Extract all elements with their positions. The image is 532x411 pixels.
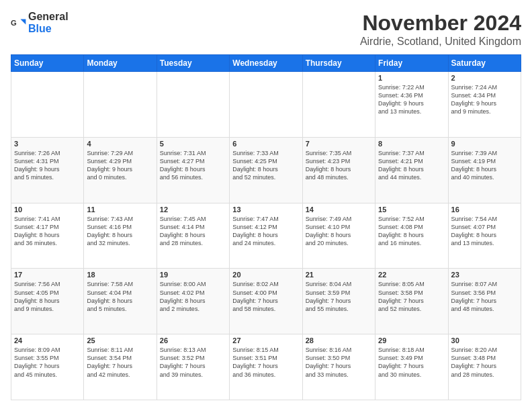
header-thursday: Thursday — [302, 55, 375, 72]
day-number: 14 — [306, 205, 372, 214]
calendar-cell: 7Sunrise: 7:35 AM Sunset: 4:23 PM Daylig… — [302, 137, 375, 203]
day-info: Sunrise: 7:22 AM Sunset: 4:36 PM Dayligh… — [378, 83, 445, 116]
day-number: 9 — [451, 140, 518, 148]
calendar-cell: 28Sunrise: 8:16 AM Sunset: 3:50 PM Dayli… — [302, 334, 375, 400]
day-number: 5 — [160, 140, 226, 148]
day-info: Sunrise: 7:56 AM Sunset: 4:05 PM Dayligh… — [14, 280, 81, 313]
header-saturday: Saturday — [448, 55, 521, 72]
day-info: Sunrise: 7:33 AM Sunset: 4:25 PM Dayligh… — [232, 149, 299, 182]
day-number: 3 — [14, 140, 81, 148]
header: G General Blue November 2024 Airdrie, Sc… — [11, 11, 521, 48]
calendar-cell: 9Sunrise: 7:39 AM Sunset: 4:19 PM Daylig… — [448, 137, 521, 203]
logo: G General Blue — [11, 11, 69, 35]
day-number: 10 — [14, 205, 81, 214]
day-info: Sunrise: 7:26 AM Sunset: 4:31 PM Dayligh… — [14, 149, 81, 182]
header-monday: Monday — [84, 55, 157, 72]
calendar-cell: 3Sunrise: 7:26 AM Sunset: 4:31 PM Daylig… — [11, 137, 84, 203]
svg-text:G: G — [11, 19, 17, 27]
day-number: 25 — [87, 336, 153, 345]
day-number: 16 — [451, 205, 518, 214]
calendar-cell: 26Sunrise: 8:13 AM Sunset: 3:52 PM Dayli… — [157, 334, 229, 400]
day-number: 11 — [87, 205, 153, 214]
calendar-cell: 24Sunrise: 8:09 AM Sunset: 3:55 PM Dayli… — [11, 334, 84, 400]
header-friday: Friday — [375, 55, 448, 72]
day-number: 18 — [87, 271, 153, 279]
day-info: Sunrise: 8:00 AM Sunset: 4:02 PM Dayligh… — [160, 280, 226, 313]
day-number: 15 — [378, 205, 445, 214]
calendar-cell: 13Sunrise: 7:47 AM Sunset: 4:12 PM Dayli… — [230, 203, 302, 269]
day-number: 17 — [14, 271, 81, 279]
calendar-cell: 4Sunrise: 7:29 AM Sunset: 4:29 PM Daylig… — [84, 137, 157, 203]
calendar-cell — [230, 72, 302, 138]
day-info: Sunrise: 7:41 AM Sunset: 4:17 PM Dayligh… — [14, 215, 81, 248]
day-number: 19 — [160, 271, 226, 279]
calendar-cell — [11, 72, 84, 138]
calendar-cell: 12Sunrise: 7:45 AM Sunset: 4:14 PM Dayli… — [157, 203, 229, 269]
day-number: 27 — [232, 336, 299, 345]
day-number: 28 — [306, 336, 372, 345]
page: G General Blue November 2024 Airdrie, Sc… — [0, 0, 532, 411]
calendar-cell — [302, 72, 375, 138]
header-sunday: Sunday — [11, 55, 84, 72]
day-number: 20 — [232, 271, 299, 279]
logo-icon: G — [11, 15, 27, 31]
calendar-table: SundayMondayTuesdayWednesdayThursdayFrid… — [11, 54, 521, 400]
day-info: Sunrise: 7:43 AM Sunset: 4:16 PM Dayligh… — [87, 215, 153, 248]
calendar-cell: 1Sunrise: 7:22 AM Sunset: 4:36 PM Daylig… — [375, 72, 448, 138]
calendar-cell: 27Sunrise: 8:15 AM Sunset: 3:51 PM Dayli… — [230, 334, 302, 400]
calendar-cell: 30Sunrise: 8:20 AM Sunset: 3:48 PM Dayli… — [448, 334, 521, 400]
calendar-cell: 22Sunrise: 8:05 AM Sunset: 3:58 PM Dayli… — [375, 269, 448, 334]
header-wednesday: Wednesday — [230, 55, 302, 72]
week-row-3: 17Sunrise: 7:56 AM Sunset: 4:05 PM Dayli… — [11, 269, 521, 334]
day-number: 12 — [160, 205, 226, 214]
day-info: Sunrise: 8:04 AM Sunset: 3:59 PM Dayligh… — [306, 280, 372, 313]
day-number: 7 — [306, 140, 372, 148]
calendar-cell: 5Sunrise: 7:31 AM Sunset: 4:27 PM Daylig… — [157, 137, 229, 203]
calendar-cell: 25Sunrise: 8:11 AM Sunset: 3:54 PM Dayli… — [84, 334, 157, 400]
calendar-cell: 8Sunrise: 7:37 AM Sunset: 4:21 PM Daylig… — [375, 137, 448, 203]
day-info: Sunrise: 7:31 AM Sunset: 4:27 PM Dayligh… — [160, 149, 226, 182]
subtitle: Airdrie, Scotland, United Kingdom — [360, 36, 521, 48]
day-info: Sunrise: 8:05 AM Sunset: 3:58 PM Dayligh… — [378, 280, 445, 313]
title-section: November 2024 Airdrie, Scotland, United … — [360, 11, 521, 48]
day-info: Sunrise: 7:29 AM Sunset: 4:29 PM Dayligh… — [87, 149, 153, 182]
day-number: 1 — [378, 74, 445, 82]
logo-text: General Blue — [28, 11, 69, 35]
day-info: Sunrise: 8:18 AM Sunset: 3:49 PM Dayligh… — [378, 346, 445, 379]
day-info: Sunrise: 7:35 AM Sunset: 4:23 PM Dayligh… — [306, 149, 372, 182]
day-info: Sunrise: 8:11 AM Sunset: 3:54 PM Dayligh… — [87, 346, 153, 379]
calendar-cell: 14Sunrise: 7:49 AM Sunset: 4:10 PM Dayli… — [302, 203, 375, 269]
day-info: Sunrise: 7:45 AM Sunset: 4:14 PM Dayligh… — [160, 215, 226, 248]
calendar-cell: 18Sunrise: 7:58 AM Sunset: 4:04 PM Dayli… — [84, 269, 157, 334]
day-info: Sunrise: 8:15 AM Sunset: 3:51 PM Dayligh… — [232, 346, 299, 379]
calendar-cell: 23Sunrise: 8:07 AM Sunset: 3:56 PM Dayli… — [448, 269, 521, 334]
header-tuesday: Tuesday — [157, 55, 229, 72]
logo-blue: Blue — [28, 23, 52, 34]
logo-general: General — [28, 11, 69, 22]
main-title: November 2024 — [360, 11, 521, 36]
day-info: Sunrise: 8:09 AM Sunset: 3:55 PM Dayligh… — [14, 346, 81, 379]
day-number: 24 — [14, 336, 81, 345]
day-number: 30 — [451, 336, 518, 345]
calendar-cell — [157, 72, 229, 138]
day-info: Sunrise: 7:52 AM Sunset: 4:08 PM Dayligh… — [378, 215, 445, 248]
calendar-cell: 29Sunrise: 8:18 AM Sunset: 3:49 PM Dayli… — [375, 334, 448, 400]
week-row-2: 10Sunrise: 7:41 AM Sunset: 4:17 PM Dayli… — [11, 203, 521, 269]
day-info: Sunrise: 7:37 AM Sunset: 4:21 PM Dayligh… — [378, 149, 445, 182]
day-info: Sunrise: 8:07 AM Sunset: 3:56 PM Dayligh… — [451, 280, 518, 313]
day-number: 29 — [378, 336, 445, 345]
day-info: Sunrise: 7:24 AM Sunset: 4:34 PM Dayligh… — [451, 83, 518, 116]
calendar-cell: 20Sunrise: 8:02 AM Sunset: 4:00 PM Dayli… — [230, 269, 302, 334]
day-number: 2 — [451, 74, 518, 82]
calendar-cell: 16Sunrise: 7:54 AM Sunset: 4:07 PM Dayli… — [448, 203, 521, 269]
day-number: 22 — [378, 271, 445, 279]
day-number: 6 — [232, 140, 299, 148]
day-info: Sunrise: 8:02 AM Sunset: 4:00 PM Dayligh… — [232, 280, 299, 313]
calendar-cell: 19Sunrise: 8:00 AM Sunset: 4:02 PM Dayli… — [157, 269, 229, 334]
calendar-cell: 10Sunrise: 7:41 AM Sunset: 4:17 PM Dayli… — [11, 203, 84, 269]
week-row-1: 3Sunrise: 7:26 AM Sunset: 4:31 PM Daylig… — [11, 137, 521, 203]
day-info: Sunrise: 7:54 AM Sunset: 4:07 PM Dayligh… — [451, 215, 518, 248]
day-number: 8 — [378, 140, 445, 148]
day-info: Sunrise: 7:58 AM Sunset: 4:04 PM Dayligh… — [87, 280, 153, 313]
day-number: 26 — [160, 336, 226, 345]
